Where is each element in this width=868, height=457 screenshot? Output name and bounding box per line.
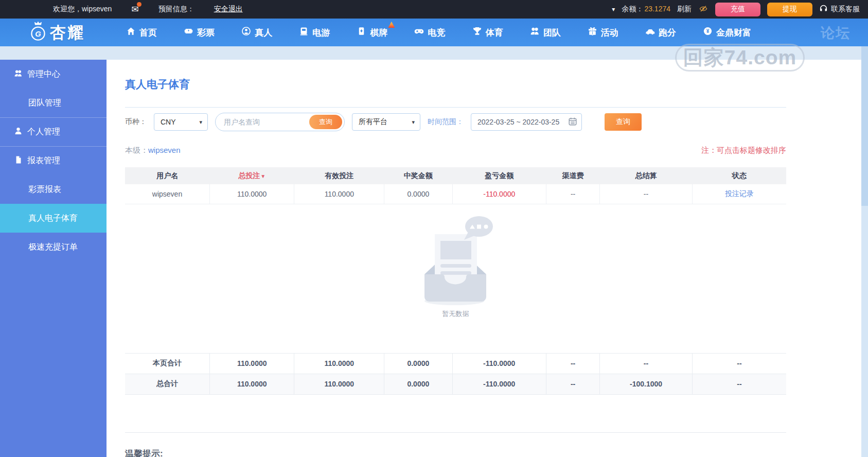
nav-item-label: 活动 (601, 27, 618, 39)
nav-item-board[interactable]: 棋牌 (357, 26, 387, 39)
esports-icon (414, 26, 424, 39)
daterange-label: 时间范围： (428, 117, 464, 127)
scrollbar-thumb[interactable] (861, 46, 868, 206)
sidebar-item[interactable]: 管理中心 (0, 60, 107, 89)
activity-icon (588, 26, 597, 39)
platform-select-value: 所有平台 (359, 117, 387, 127)
sidebar-item-active[interactable]: 真人电子体育 (0, 204, 107, 233)
person-icon (14, 127, 23, 137)
chevron-down-icon: ▾ (199, 119, 202, 126)
hot-badge-icon (388, 22, 395, 28)
table-cell: 0.0000 (384, 184, 452, 204)
contact-support-link[interactable]: 联系客服 (819, 4, 860, 14)
column-header[interactable]: 用户名 (125, 167, 209, 184)
column-header[interactable]: 渠道费 (546, 167, 600, 184)
nav-item-live[interactable]: 真人 (241, 26, 272, 39)
search-button[interactable]: 查询 (605, 113, 642, 131)
currency-select[interactable]: CNY ▾ (154, 113, 208, 131)
nav-item-activity[interactable]: 活动 (588, 26, 618, 39)
sidebar-item[interactable]: 报表管理 (0, 146, 107, 175)
nav-item-paofen[interactable]: 跑分 (645, 26, 676, 39)
column-header[interactable]: 中奖金额 (384, 167, 452, 184)
column-header[interactable]: 总结算 (600, 167, 693, 184)
reserved-info-label: 预留信息： (158, 5, 194, 14)
nav-item-label: 体育 (486, 27, 503, 39)
sidebar-item-label: 真人电子体育 (28, 213, 78, 224)
nav-item-wealth[interactable]: ¥金鼎财富 (703, 26, 751, 39)
nav-item-lottery[interactable]: 彩票 (184, 26, 215, 39)
platform-select[interactable]: 所有平台 ▾ (352, 113, 420, 131)
recharge-button[interactable]: 充值 (715, 3, 760, 16)
forum-watermark-text: 论坛 (821, 24, 851, 42)
logout-link[interactable]: 安全退出 (214, 5, 243, 14)
bet-record-link[interactable]: 投注记录 (692, 184, 786, 204)
scrollbar[interactable] (861, 46, 868, 457)
main-table: 用户名总投注▼有效投注中奖金额盈亏金额渠道费总结算状态 wipseven110.… (125, 167, 786, 204)
column-header[interactable]: 有效投注 (294, 167, 384, 184)
daterange-input[interactable]: 2022-03-25 ~ 2022-03-25 (471, 113, 582, 131)
sort-desc-icon: ▼ (260, 173, 265, 179)
sports-icon (472, 26, 482, 39)
empty-inbox-illustration (413, 213, 498, 306)
site-watermark: 回家74.com (675, 44, 805, 72)
chevron-down-icon[interactable]: ▾ (612, 6, 615, 13)
level-user-link[interactable]: wipseven (148, 146, 181, 154)
nav-item-home[interactable]: 首页 (126, 26, 157, 39)
total-cell: 110.0000 (209, 374, 294, 394)
brand-logo[interactable]: G 杏耀 (29, 21, 85, 45)
table-cell: -- (600, 184, 693, 204)
svg-text:¥: ¥ (706, 28, 710, 34)
headset-icon (819, 4, 828, 14)
nav-item-label: 真人 (255, 27, 272, 39)
nav-item-esports[interactable]: 电竞 (414, 26, 445, 39)
notification-dot (137, 2, 141, 7)
team-icon (530, 26, 540, 39)
svg-text:G: G (35, 30, 41, 38)
nav-item-team[interactable]: 团队 (530, 26, 561, 39)
table-header-row: 用户名总投注▼有效投注中奖金额盈亏金额渠道费总结算状态 (125, 167, 786, 184)
sidebar-item-label: 管理中心 (27, 69, 60, 80)
nav-item-egame[interactable]: 电游 (299, 26, 330, 39)
refresh-link[interactable]: 刷新 (677, 5, 692, 14)
username-search-box: 查询 (215, 113, 345, 131)
currency-label: 币种： (125, 117, 147, 127)
welcome-text: 欢迎您，wipseven (53, 5, 112, 14)
sidebar-item[interactable]: 极速充提订单 (0, 233, 107, 261)
nav-menu: 首页彩票真人电游棋牌电竞体育团队活动跑分¥金鼎财富 (126, 19, 751, 46)
eye-off-icon[interactable] (698, 5, 708, 14)
topbar: 欢迎您，wipseven ✉ 预留信息： 安全退出 ▾ 余额：23.1274 刷… (0, 0, 868, 19)
level-row: 本级：wipseven 注：可点击标题修改排序 (125, 146, 786, 155)
sidebar-item-label: 团队管理 (28, 98, 61, 109)
total-cell: -- (600, 353, 693, 374)
chevron-down-icon: ▾ (412, 119, 415, 126)
nav-item-label: 电竞 (428, 27, 445, 39)
column-header[interactable]: 总投注▼ (209, 167, 294, 184)
navbar: G 杏耀 首页彩票真人电游棋牌电竞体育团队活动跑分¥金鼎财富 论坛 (0, 19, 868, 46)
table-cell: 110.0000 (209, 184, 294, 204)
sidebar-item-label: 个人管理 (27, 127, 60, 137)
username-input[interactable] (224, 118, 301, 126)
nav-item-label: 电游 (312, 27, 330, 39)
nav-item-label: 金鼎财富 (716, 27, 751, 39)
nav-item-sports[interactable]: 体育 (472, 26, 503, 39)
topbar-right: ▾ 余额：23.1274 刷新 充值 提现 联系客服 (612, 3, 860, 16)
withdraw-button[interactable]: 提现 (767, 3, 812, 16)
sidebar-item-label: 极速充提订单 (28, 242, 78, 253)
home-icon (126, 26, 136, 39)
currency-select-value: CNY (161, 118, 176, 126)
column-header[interactable]: 状态 (692, 167, 786, 184)
total-cell: -110.0000 (452, 353, 546, 374)
total-cell: 110.0000 (209, 353, 294, 374)
divider (125, 432, 786, 433)
main-content: 真人电子体育 币种： CNY ▾ 查询 所有平台 ▾ 时间范围： 2022-03… (107, 60, 868, 457)
egame-icon (299, 26, 309, 39)
mail-icon[interactable]: ✉ (131, 4, 138, 15)
column-header[interactable]: 盈亏金额 (452, 167, 546, 184)
inline-search-button[interactable]: 查询 (309, 115, 342, 129)
sidebar: 管理中心团队管理个人管理报表管理彩票报表真人电子体育极速充提订单 (0, 60, 107, 457)
sidebar-item-label: 彩票报表 (28, 184, 61, 195)
sidebar-item[interactable]: 个人管理 (0, 117, 107, 146)
sidebar-item[interactable]: 团队管理 (0, 89, 107, 117)
sidebar-item[interactable]: 彩票报表 (0, 175, 107, 204)
total-cell: 0.0000 (384, 353, 452, 374)
